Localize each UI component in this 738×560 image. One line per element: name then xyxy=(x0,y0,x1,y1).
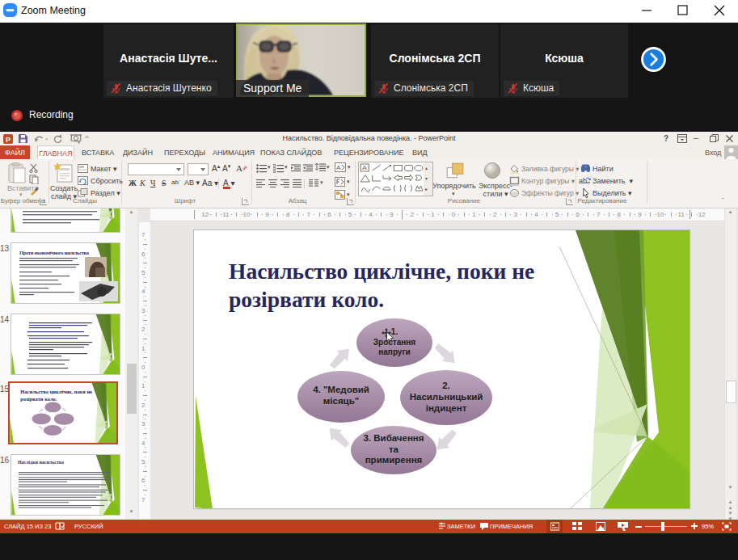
svg-text:Наслідки насильства: Наслідки насильства xyxy=(18,460,64,465)
svg-text:розірвати коло.: розірвати коло. xyxy=(20,396,57,402)
svg-text:ab: ab xyxy=(579,177,587,185)
svg-text:А: А xyxy=(362,164,367,171)
svg-text:А: А xyxy=(236,163,242,173)
svg-text:Проти економічного насильства: Проти економічного насильства xyxy=(19,250,90,255)
svg-text:А: А xyxy=(336,164,341,171)
svg-text:P: P xyxy=(6,136,11,144)
svg-text:Насильство циклічне, поки не: Насильство циклічне, поки не xyxy=(20,389,92,394)
